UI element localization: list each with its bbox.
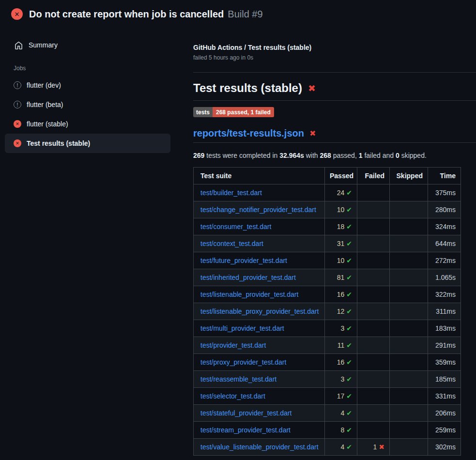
suite-link[interactable]: test/future_provider_test.dart (200, 257, 287, 264)
skipped-cell (390, 269, 428, 286)
passed-cell: 3✔ (325, 371, 357, 388)
skipped-cell (390, 337, 428, 354)
suite-link[interactable]: test/consumer_test.dart (200, 223, 271, 230)
time-cell: 359ms (428, 354, 461, 371)
suite-cell: test/reassemble_test.dart (194, 371, 325, 388)
passed-count: 31 (337, 240, 345, 247)
summary-segment: 0 (396, 152, 399, 159)
col-test-suite: Test suite (194, 168, 325, 184)
sidebar-item-summary[interactable]: Summary (5, 35, 170, 55)
summary-segment: 1 (359, 152, 363, 159)
suite-link[interactable]: test/proxy_provider_test.dart (200, 358, 286, 366)
sidebar-item-job[interactable]: ✕Test results (stable) (5, 134, 170, 153)
passed-count: 12 (337, 307, 345, 315)
check-icon: ✔ (346, 392, 352, 400)
time-cell: 331ms (428, 388, 461, 405)
failed-count: 1 (373, 443, 377, 451)
failed-cell (357, 269, 390, 286)
passed-count: 81 (337, 274, 345, 281)
suite-link[interactable]: test/inherited_provider_test.dart (200, 274, 296, 281)
skipped-cell (390, 303, 428, 320)
run-meta: failed 5 hours ago in 0s (193, 54, 476, 61)
time-cell: 280ms (428, 201, 461, 218)
failed-x-icon: ✖ (309, 129, 316, 138)
failed-cell (357, 371, 390, 388)
sidebar-item-job[interactable]: !flutter (dev) (5, 76, 170, 95)
table-row: test/listenable_provider_test.dart16✔322… (194, 286, 461, 303)
suite-link[interactable]: test/reassemble_test.dart (200, 375, 276, 383)
skipped-cell (390, 235, 428, 252)
suite-link[interactable]: test/stream_provider_test.dart (200, 426, 291, 434)
failed-cell (357, 405, 390, 422)
sidebar-item-label: flutter (stable) (27, 120, 68, 128)
check-icon: ✔ (346, 426, 352, 434)
passed-cell: 11✔ (325, 337, 357, 354)
failed-cell (357, 184, 390, 201)
table-row: test/proxy_provider_test.dart16✔359ms (194, 354, 461, 371)
neutral-circle-icon: ! (14, 81, 21, 89)
divider (193, 72, 476, 73)
suite-cell: test/future_provider_test.dart (194, 252, 325, 269)
check-icon: ✔ (346, 291, 352, 298)
report-heading: reports/test-results.json ✖ (193, 128, 476, 143)
passed-count: 8 (340, 426, 344, 434)
passed-count: 18 (337, 223, 345, 230)
suite-link[interactable]: test/listenable_proxy_provider_test.dart (200, 307, 319, 315)
suite-link[interactable]: test/context_test.dart (200, 240, 263, 247)
suite-link[interactable]: test/provider_test.dart (200, 341, 266, 349)
time-cell: 183ms (428, 320, 461, 337)
table-row: test/stateful_provider_test.dart4✔206ms (194, 405, 461, 422)
suite-link[interactable]: test/value_listenable_provider_test.dart (200, 443, 319, 451)
suite-cell: test/change_notifier_provider_test.dart (194, 201, 325, 218)
passed-cell: 17✔ (325, 388, 357, 405)
skipped-cell (390, 388, 428, 405)
suite-cell: test/listenable_proxy_provider_test.dart (194, 303, 325, 320)
suite-link[interactable]: test/listenable_provider_test.dart (200, 291, 298, 298)
x-circle-icon: ✕ (11, 8, 23, 20)
failed-cell (357, 218, 390, 235)
passed-count: 10 (337, 257, 345, 264)
time-cell: 1.065s (428, 269, 461, 286)
check-icon: ✔ (346, 257, 352, 264)
time-cell: 272ms (428, 252, 461, 269)
skipped-cell (390, 422, 428, 439)
table-row: test/listenable_proxy_provider_test.dart… (194, 303, 461, 320)
sidebar-item-label: Summary (29, 41, 58, 49)
section-heading: Test results (stable) ✖ (193, 81, 476, 101)
summary-segment: with (304, 152, 320, 159)
passed-cell: 8✔ (325, 422, 357, 439)
table-row: test/selector_test.dart17✔331ms (194, 388, 461, 405)
suite-cell: test/proxy_provider_test.dart (194, 354, 325, 371)
suite-link[interactable]: test/stateful_provider_test.dart (200, 409, 292, 417)
sidebar-item-label: Test results (stable) (27, 139, 90, 147)
sidebar-item-job[interactable]: !flutter (beta) (5, 95, 170, 114)
table-row: test/change_notifier_provider_test.dart1… (194, 201, 461, 218)
time-cell: 324ms (428, 218, 461, 235)
failed-cell (357, 354, 390, 371)
failed-x-icon: ✖ (308, 83, 316, 94)
suite-link[interactable]: test/builder_test.dart (200, 189, 262, 197)
suite-link[interactable]: test/multi_provider_test.dart (200, 324, 284, 332)
skipped-cell (390, 184, 428, 201)
skipped-cell (390, 405, 428, 422)
report-link[interactable]: reports/test-results.json (193, 128, 304, 139)
failed-cell (357, 201, 390, 218)
passed-count: 17 (337, 392, 345, 400)
sidebar-item-job[interactable]: ✕flutter (stable) (5, 114, 170, 134)
suite-link[interactable]: test/change_notifier_provider_test.dart (200, 206, 316, 214)
passed-count: 4 (340, 443, 344, 451)
summary-segment: tests were completed in (204, 152, 279, 159)
time-cell: 311ms (428, 303, 461, 320)
col-failed: Failed (357, 168, 390, 184)
passed-cell: 12✔ (325, 303, 357, 320)
skipped-cell (390, 201, 428, 218)
passed-cell: 24✔ (325, 184, 357, 201)
table-row: test/multi_provider_test.dart3✔183ms (194, 320, 461, 337)
failed-cell: 1✖ (357, 439, 390, 456)
summary-segment: skipped. (399, 152, 427, 159)
table-row: test/consumer_test.dart18✔324ms (194, 218, 461, 235)
summary-segment: failed and (363, 152, 396, 159)
summary-segment: 268 (320, 152, 331, 159)
suite-link[interactable]: test/selector_test.dart (200, 392, 265, 400)
breadcrumb: GitHub Actions / Test results (stable) (193, 44, 476, 51)
